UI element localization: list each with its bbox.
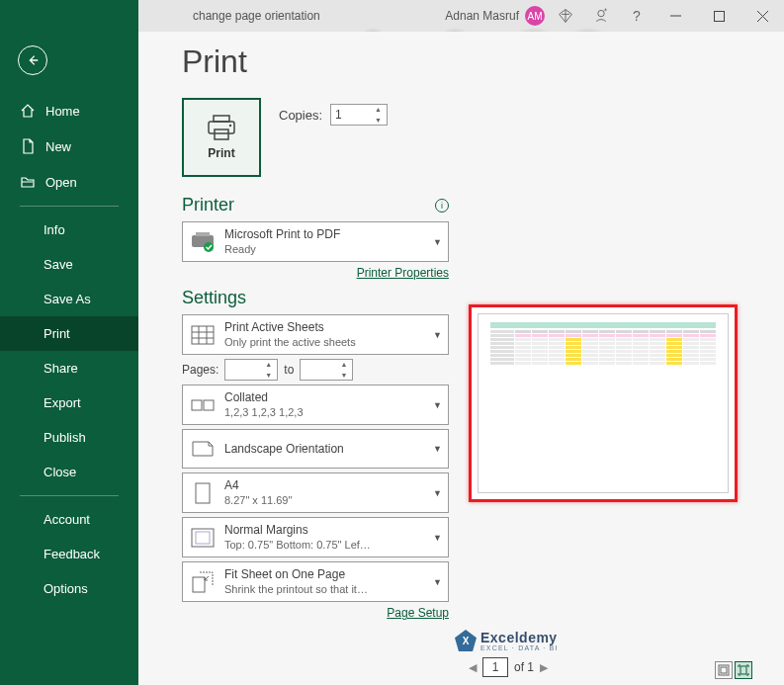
new-icon: [20, 138, 36, 154]
setting-orientation[interactable]: Landscape Orientation ▼: [182, 429, 449, 469]
title-bar: change page orientation Adnan Masruf AM …: [0, 0, 784, 32]
landscape-icon: [189, 435, 217, 463]
maximize-button[interactable]: [697, 0, 740, 32]
avatar[interactable]: AM: [525, 6, 545, 26]
sidebar-item-label: Publish: [44, 430, 86, 445]
margins-icon: [189, 524, 217, 552]
sidebar-item-save[interactable]: Save: [0, 247, 138, 282]
document-title: change page orientation: [138, 9, 445, 23]
svg-rect-19: [196, 483, 210, 503]
chevron-down-icon: ▼: [433, 488, 442, 498]
sidebar-item-label: Close: [44, 465, 76, 479]
backstage-sidebar: Home New Open Info Save Save As Print Sh…: [0, 32, 138, 685]
svg-rect-24: [721, 667, 727, 673]
pages-from-input[interactable]: ▲▼: [224, 359, 278, 381]
svg-rect-5: [214, 116, 229, 122]
sidebar-item-label: Print: [44, 326, 70, 341]
svg-rect-2: [714, 11, 724, 21]
sidebar-item-label: Export: [44, 395, 81, 410]
setting-print-what[interactable]: Print Active SheetsOnly print the active…: [182, 314, 449, 355]
feedback-icon[interactable]: [592, 7, 610, 25]
chevron-down-icon: ▼: [433, 330, 442, 340]
chevron-down-icon: ▼: [433, 237, 442, 247]
current-page-input[interactable]: 1: [482, 657, 508, 677]
printer-properties-link[interactable]: Printer Properties: [182, 266, 449, 280]
sidebar-item-label: Account: [44, 512, 90, 527]
sidebar-item-new[interactable]: New: [0, 128, 138, 164]
copies-value: 1: [335, 108, 342, 122]
page-setup-link[interactable]: Page Setup: [182, 606, 449, 620]
sidebar-item-label: New: [45, 139, 71, 154]
minimize-button[interactable]: [653, 0, 697, 32]
zoom-to-page-button[interactable]: [735, 661, 752, 679]
pages-to-input[interactable]: ▲▼: [300, 359, 353, 381]
svg-rect-18: [204, 400, 214, 410]
next-page-button[interactable]: ▶: [540, 661, 548, 674]
svg-point-11: [204, 242, 214, 252]
sidebar-item-save-as[interactable]: Save As: [0, 282, 138, 316]
print-button[interactable]: Print: [182, 98, 261, 177]
setting-scaling[interactable]: Fit Sheet on One PageShrink the printout…: [182, 561, 449, 602]
print-preview: [469, 304, 738, 502]
sidebar-item-export[interactable]: Export: [0, 385, 138, 420]
sidebar-item-label: Open: [45, 175, 77, 190]
sidebar-item-publish[interactable]: Publish: [0, 420, 138, 455]
help-icon[interactable]: ?: [628, 7, 646, 25]
sidebar-item-home[interactable]: Home: [0, 93, 138, 128]
svg-rect-21: [196, 532, 210, 544]
svg-rect-17: [192, 400, 202, 410]
printer-dropdown[interactable]: Microsoft Print to PDF Ready ▼: [182, 221, 449, 262]
sidebar-item-options[interactable]: Options: [0, 571, 138, 606]
info-icon[interactable]: i: [435, 199, 449, 213]
svg-point-8: [229, 125, 231, 127]
page-navigation: ◀ 1 of 1 ▶: [469, 657, 548, 677]
chevron-down-icon: ▼: [433, 444, 442, 454]
sidebar-item-open[interactable]: Open: [0, 164, 138, 200]
pages-to-label: to: [284, 363, 294, 377]
open-icon: [20, 174, 36, 190]
close-button[interactable]: [740, 0, 784, 32]
sidebar-item-label: Save: [44, 257, 73, 272]
page-of-label: of 1: [514, 660, 534, 674]
chevron-down-icon: ▼: [433, 533, 442, 543]
diamond-icon[interactable]: [557, 7, 574, 25]
sidebar-item-info[interactable]: Info: [0, 213, 138, 247]
sidebar-item-label: Share: [44, 361, 78, 376]
printer-icon: [207, 115, 236, 140]
svg-rect-22: [193, 577, 205, 592]
copies-input[interactable]: 1 ▲▼: [330, 104, 388, 126]
sidebar-item-label: Options: [44, 581, 88, 596]
collate-icon: [189, 391, 217, 419]
sidebar-item-feedback[interactable]: Feedback: [0, 537, 138, 571]
sidebar-item-label: Feedback: [44, 547, 100, 561]
sidebar-item-print[interactable]: Print: [0, 316, 138, 351]
svg-rect-6: [209, 122, 234, 133]
copies-label: Copies:: [279, 108, 322, 123]
svg-rect-7: [215, 129, 228, 139]
chevron-down-icon: ▼: [433, 400, 442, 410]
sidebar-item-share[interactable]: Share: [0, 351, 138, 385]
svg-rect-10: [196, 232, 210, 236]
back-button[interactable]: [18, 45, 47, 75]
svg-point-0: [598, 10, 604, 16]
printer-status-icon: [189, 228, 217, 256]
sidebar-item-account[interactable]: Account: [0, 502, 138, 537]
pages-label: Pages:: [182, 363, 218, 377]
show-margins-button[interactable]: [715, 661, 733, 679]
svg-rect-25: [740, 666, 746, 674]
printer-heading: Printer: [182, 195, 234, 215]
grid-icon: [189, 321, 217, 349]
setting-paper-size[interactable]: A48.27" x 11.69" ▼: [182, 472, 449, 513]
paper-icon: [189, 479, 217, 507]
home-icon: [20, 103, 36, 119]
sidebar-item-close[interactable]: Close: [0, 455, 138, 489]
scaling-icon: [189, 568, 217, 596]
page-title: Print: [182, 43, 449, 80]
prev-page-button[interactable]: ◀: [469, 661, 477, 674]
setting-margins[interactable]: Normal MarginsTop: 0.75" Bottom: 0.75" L…: [182, 517, 449, 557]
printer-status: Ready: [224, 242, 429, 257]
printer-name: Microsoft Print to PDF: [224, 226, 429, 242]
sidebar-item-label: Save As: [44, 292, 91, 306]
setting-collate[interactable]: Collated1,2,3 1,2,3 1,2,3 ▼: [182, 385, 449, 425]
chevron-down-icon: ▼: [433, 577, 442, 587]
